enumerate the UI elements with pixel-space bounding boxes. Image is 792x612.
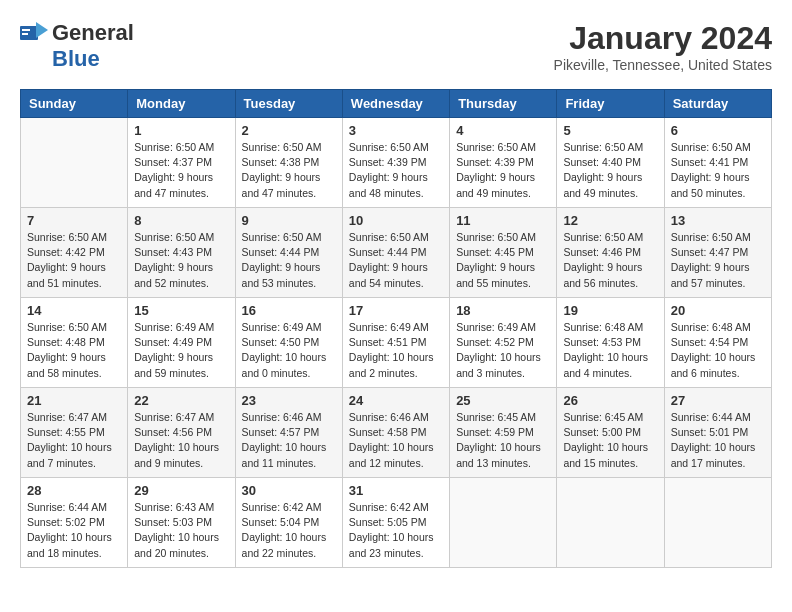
day-number: 6 [671,123,765,138]
day-info: Sunrise: 6:50 AM Sunset: 4:41 PM Dayligh… [671,140,765,201]
day-info: Sunrise: 6:44 AM Sunset: 5:02 PM Dayligh… [27,500,121,561]
day-info: Sunrise: 6:46 AM Sunset: 4:58 PM Dayligh… [349,410,443,471]
day-number: 11 [456,213,550,228]
calendar-cell: 27Sunrise: 6:44 AM Sunset: 5:01 PM Dayli… [664,388,771,478]
day-number: 31 [349,483,443,498]
day-info: Sunrise: 6:46 AM Sunset: 4:57 PM Dayligh… [242,410,336,471]
day-info: Sunrise: 6:50 AM Sunset: 4:40 PM Dayligh… [563,140,657,201]
calendar-cell: 19Sunrise: 6:48 AM Sunset: 4:53 PM Dayli… [557,298,664,388]
calendar-cell [664,478,771,568]
day-number: 10 [349,213,443,228]
calendar-cell: 28Sunrise: 6:44 AM Sunset: 5:02 PM Dayli… [21,478,128,568]
day-info: Sunrise: 6:49 AM Sunset: 4:51 PM Dayligh… [349,320,443,381]
day-info: Sunrise: 6:49 AM Sunset: 4:50 PM Dayligh… [242,320,336,381]
calendar-week-5: 28Sunrise: 6:44 AM Sunset: 5:02 PM Dayli… [21,478,772,568]
svg-rect-3 [22,33,28,35]
day-info: Sunrise: 6:47 AM Sunset: 4:56 PM Dayligh… [134,410,228,471]
day-number: 5 [563,123,657,138]
day-info: Sunrise: 6:42 AM Sunset: 5:05 PM Dayligh… [349,500,443,561]
day-number: 21 [27,393,121,408]
day-header-friday: Friday [557,90,664,118]
calendar-cell: 16Sunrise: 6:49 AM Sunset: 4:50 PM Dayli… [235,298,342,388]
calendar-cell: 2Sunrise: 6:50 AM Sunset: 4:38 PM Daylig… [235,118,342,208]
logo-icon [20,22,48,44]
location: Pikeville, Tennessee, United States [554,57,772,73]
calendar-week-2: 7Sunrise: 6:50 AM Sunset: 4:42 PM Daylig… [21,208,772,298]
day-number: 23 [242,393,336,408]
day-number: 12 [563,213,657,228]
day-info: Sunrise: 6:49 AM Sunset: 4:49 PM Dayligh… [134,320,228,381]
calendar-week-1: 1Sunrise: 6:50 AM Sunset: 4:37 PM Daylig… [21,118,772,208]
calendar-cell: 22Sunrise: 6:47 AM Sunset: 4:56 PM Dayli… [128,388,235,478]
calendar-cell: 7Sunrise: 6:50 AM Sunset: 4:42 PM Daylig… [21,208,128,298]
calendar-cell: 20Sunrise: 6:48 AM Sunset: 4:54 PM Dayli… [664,298,771,388]
calendar-cell: 5Sunrise: 6:50 AM Sunset: 4:40 PM Daylig… [557,118,664,208]
day-info: Sunrise: 6:50 AM Sunset: 4:45 PM Dayligh… [456,230,550,291]
day-header-saturday: Saturday [664,90,771,118]
day-number: 14 [27,303,121,318]
logo-blue: Blue [52,46,100,72]
day-header-thursday: Thursday [450,90,557,118]
calendar-cell: 14Sunrise: 6:50 AM Sunset: 4:48 PM Dayli… [21,298,128,388]
day-number: 2 [242,123,336,138]
calendar-cell: 17Sunrise: 6:49 AM Sunset: 4:51 PM Dayli… [342,298,449,388]
day-info: Sunrise: 6:44 AM Sunset: 5:01 PM Dayligh… [671,410,765,471]
calendar-cell: 26Sunrise: 6:45 AM Sunset: 5:00 PM Dayli… [557,388,664,478]
day-info: Sunrise: 6:50 AM Sunset: 4:44 PM Dayligh… [349,230,443,291]
day-number: 28 [27,483,121,498]
calendar-cell [450,478,557,568]
calendar-cell [557,478,664,568]
day-number: 13 [671,213,765,228]
calendar-cell: 24Sunrise: 6:46 AM Sunset: 4:58 PM Dayli… [342,388,449,478]
day-number: 25 [456,393,550,408]
day-number: 8 [134,213,228,228]
day-info: Sunrise: 6:50 AM Sunset: 4:46 PM Dayligh… [563,230,657,291]
day-info: Sunrise: 6:50 AM Sunset: 4:47 PM Dayligh… [671,230,765,291]
day-info: Sunrise: 6:45 AM Sunset: 5:00 PM Dayligh… [563,410,657,471]
day-info: Sunrise: 6:50 AM Sunset: 4:39 PM Dayligh… [456,140,550,201]
day-header-tuesday: Tuesday [235,90,342,118]
calendar-cell: 31Sunrise: 6:42 AM Sunset: 5:05 PM Dayli… [342,478,449,568]
svg-marker-1 [36,22,48,38]
calendar-cell [21,118,128,208]
calendar-cell: 29Sunrise: 6:43 AM Sunset: 5:03 PM Dayli… [128,478,235,568]
day-number: 3 [349,123,443,138]
day-header-wednesday: Wednesday [342,90,449,118]
calendar-cell: 12Sunrise: 6:50 AM Sunset: 4:46 PM Dayli… [557,208,664,298]
title-section: January 2024 Pikeville, Tennessee, Unite… [554,20,772,73]
day-info: Sunrise: 6:50 AM Sunset: 4:43 PM Dayligh… [134,230,228,291]
page-header: General Blue January 2024 Pikeville, Ten… [20,20,772,73]
day-info: Sunrise: 6:50 AM Sunset: 4:48 PM Dayligh… [27,320,121,381]
calendar-cell: 25Sunrise: 6:45 AM Sunset: 4:59 PM Dayli… [450,388,557,478]
day-header-sunday: Sunday [21,90,128,118]
day-number: 24 [349,393,443,408]
day-info: Sunrise: 6:50 AM Sunset: 4:38 PM Dayligh… [242,140,336,201]
svg-rect-2 [22,29,30,31]
calendar-cell: 8Sunrise: 6:50 AM Sunset: 4:43 PM Daylig… [128,208,235,298]
day-info: Sunrise: 6:48 AM Sunset: 4:53 PM Dayligh… [563,320,657,381]
day-number: 1 [134,123,228,138]
day-number: 29 [134,483,228,498]
calendar-cell: 9Sunrise: 6:50 AM Sunset: 4:44 PM Daylig… [235,208,342,298]
calendar-cell: 23Sunrise: 6:46 AM Sunset: 4:57 PM Dayli… [235,388,342,478]
calendar-week-3: 14Sunrise: 6:50 AM Sunset: 4:48 PM Dayli… [21,298,772,388]
calendar-cell: 11Sunrise: 6:50 AM Sunset: 4:45 PM Dayli… [450,208,557,298]
calendar-cell: 1Sunrise: 6:50 AM Sunset: 4:37 PM Daylig… [128,118,235,208]
day-number: 22 [134,393,228,408]
day-info: Sunrise: 6:48 AM Sunset: 4:54 PM Dayligh… [671,320,765,381]
day-number: 27 [671,393,765,408]
day-number: 4 [456,123,550,138]
calendar-table: SundayMondayTuesdayWednesdayThursdayFrid… [20,89,772,568]
calendar-cell: 3Sunrise: 6:50 AM Sunset: 4:39 PM Daylig… [342,118,449,208]
day-number: 26 [563,393,657,408]
day-info: Sunrise: 6:49 AM Sunset: 4:52 PM Dayligh… [456,320,550,381]
day-number: 16 [242,303,336,318]
day-number: 18 [456,303,550,318]
calendar-week-4: 21Sunrise: 6:47 AM Sunset: 4:55 PM Dayli… [21,388,772,478]
calendar-cell: 13Sunrise: 6:50 AM Sunset: 4:47 PM Dayli… [664,208,771,298]
day-number: 30 [242,483,336,498]
day-info: Sunrise: 6:50 AM Sunset: 4:37 PM Dayligh… [134,140,228,201]
day-number: 15 [134,303,228,318]
day-info: Sunrise: 6:43 AM Sunset: 5:03 PM Dayligh… [134,500,228,561]
day-info: Sunrise: 6:45 AM Sunset: 4:59 PM Dayligh… [456,410,550,471]
